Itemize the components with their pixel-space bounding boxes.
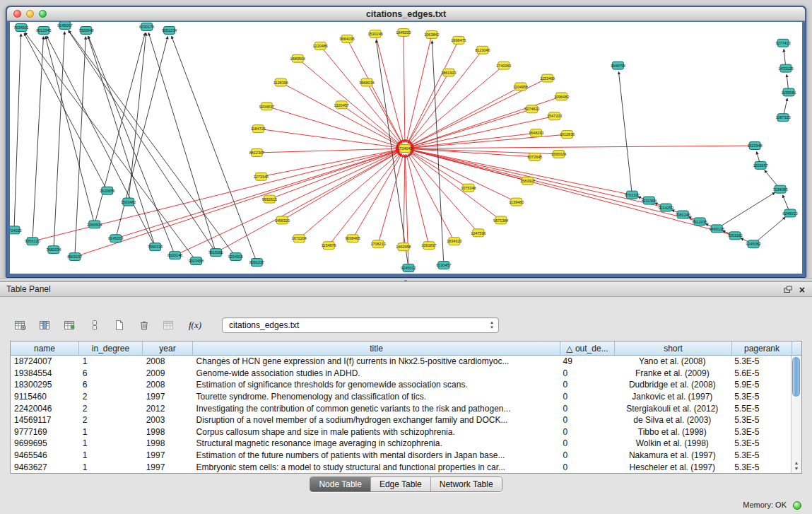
table-row[interactable]: 1872400712008Changes of HCN gene express…	[11, 356, 791, 368]
graph-node-label: 2060504	[87, 223, 102, 227]
graph-node-label: 9051234	[162, 28, 177, 33]
network-canvas[interactable]: 1724045158950411283949204837118472688123…	[10, 22, 802, 274]
table-row[interactable]: 2242004622012Investigating the contribut…	[11, 402, 791, 414]
tab-node-table[interactable]: Node Table	[310, 477, 370, 491]
import-table-icon[interactable]	[61, 317, 79, 334]
graph-edge	[367, 83, 401, 144]
graph-node-label: 1203657	[753, 163, 767, 168]
graph-edge	[409, 50, 483, 144]
cell-in_degree: 2	[79, 415, 143, 425]
table-selector[interactable]: citations_edges.txt ▲▼	[222, 317, 499, 333]
table-row[interactable]: 1456911722003Disruption of a novel membe…	[11, 414, 791, 426]
column-header-out_de[interactable]: △ out_de...	[560, 341, 615, 355]
table-row[interactable]: 946362711997Embryonic stem cells: a mode…	[11, 461, 791, 473]
graph-node-label: 1648794	[611, 64, 625, 68]
memory-status-label: Memory: OK	[743, 501, 787, 509]
cell-title: Changes of HCN gene expression and I(f) …	[193, 356, 560, 366]
cell-year: 2008	[143, 380, 193, 390]
table-panel-title: Table Panel	[6, 284, 51, 294]
table-row[interactable]: 1938455462009Genome-wide association stu…	[11, 368, 791, 380]
cell-name: 9777169	[11, 427, 79, 437]
table-row[interactable]: 911546021997Tourette syndrome. Phenomeno…	[11, 391, 791, 403]
graph-node-label: 1938475	[451, 38, 466, 42]
graph-node-label: 1072645	[527, 155, 542, 159]
network-view[interactable]: 1724045158950411283949204837118472688123…	[10, 22, 802, 274]
table-row[interactable]: 946554611997Estimation of the future num…	[11, 450, 791, 462]
graph-edge	[116, 151, 399, 239]
cell-pagerank: 5.3E-5	[731, 450, 791, 460]
window-titlebar[interactable]: citations_edges.txt	[7, 7, 805, 21]
graph-node-label: 7815062	[208, 250, 223, 255]
table-mode-icon[interactable]	[11, 317, 30, 334]
table-row[interactable]: 1830029562008Estimation of significance …	[11, 379, 791, 391]
graph-node-label: 9204316	[228, 255, 243, 259]
graph-node-label: 7682034	[46, 247, 61, 252]
graph-node-label: 9571384	[493, 218, 508, 223]
cell-out_de: 0	[560, 380, 614, 390]
graph-node-label: 1139480	[509, 200, 524, 204]
graph-edge	[411, 150, 632, 195]
cell-in_degree: 1	[79, 356, 143, 366]
column-header-short[interactable]: short	[615, 341, 732, 355]
cell-pagerank: 5.9E-5	[731, 380, 791, 390]
graph-node-label: 1153469	[540, 76, 555, 81]
memory-status-icon	[793, 501, 801, 510]
graph-edge	[258, 129, 399, 148]
graph-node-label: 9932815	[262, 197, 277, 201]
graph-node-label: 9968034	[359, 81, 374, 85]
table-row[interactable]: 977716911998Corpus callosum shape and si…	[11, 426, 791, 438]
graph-node-label: 1220486	[313, 44, 328, 48]
combo-arrows-icon: ▲▼	[490, 320, 494, 330]
graph-node-label: 8130457	[436, 263, 451, 267]
cell-short: de Silva et al. (2003)	[613, 415, 731, 425]
column-header-year[interactable]: year	[143, 341, 193, 355]
tab-edge-table[interactable]: Edge Table	[370, 477, 430, 491]
graph-edge	[25, 33, 196, 261]
column-header-pagerank[interactable]: pagerank	[732, 341, 792, 355]
graph-edge	[341, 105, 399, 145]
scrollbar-arrows-icon[interactable]: ▲▼	[792, 460, 801, 472]
graph-node-label: 9014253	[659, 206, 673, 210]
column-chooser-icon[interactable]	[86, 317, 104, 334]
vertical-scrollbar[interactable]: ▲▼	[791, 356, 801, 473]
table-header-row: namein_degreeyeartitle△ out_de...shortpa…	[11, 341, 801, 356]
cell-year: 1998	[143, 438, 193, 448]
cell-name: 18300295	[11, 380, 79, 390]
column-header-name[interactable]: name	[11, 341, 79, 355]
cell-title: Investigating the contribution of common…	[193, 404, 560, 414]
table-row[interactable]: 969969511998Structural magnetic resonanc…	[11, 438, 791, 450]
graph-edge	[406, 155, 429, 246]
column-header-title[interactable]: title	[193, 341, 560, 355]
delete-table-icon[interactable]	[135, 317, 153, 334]
graph-node-label: 1724045	[397, 146, 412, 151]
function-builder-button[interactable]: f(x)	[184, 317, 206, 334]
graph-node-label: 1433125	[778, 66, 793, 71]
float-panel-icon[interactable]	[784, 286, 792, 293]
graph-edge	[411, 134, 567, 148]
graph-node-label: 8231904	[642, 199, 657, 203]
graph-edge	[175, 151, 399, 255]
cell-year: 1997	[143, 392, 193, 402]
graph-node-label: 7320948	[78, 28, 93, 33]
graph-node-label: 1740263	[496, 64, 511, 68]
new-document-icon[interactable]	[110, 317, 129, 334]
graph-node-label: 8091237	[249, 260, 264, 264]
close-panel-icon[interactable]: ×	[799, 285, 805, 295]
cell-in_degree: 2	[79, 404, 143, 414]
graph-edge	[411, 149, 535, 157]
graph-node-label: 1128394	[273, 81, 288, 85]
graph-node-label: 9145203	[108, 236, 123, 240]
graph-node-label: 9038465	[345, 236, 360, 240]
show-columns-icon[interactable]	[36, 317, 54, 334]
table-rows: 1872400712008Changes of HCN gene express…	[11, 356, 791, 473]
column-header-in_degree[interactable]: in_degree	[79, 341, 143, 355]
cell-in_degree: 6	[79, 380, 143, 390]
graph-node-label: 9204837	[259, 105, 274, 109]
graph-node-label: 1695024	[551, 152, 566, 156]
cell-out_de: 0	[560, 392, 614, 402]
graph-node-label: 1091837	[421, 243, 436, 247]
export-table-icon[interactable]	[160, 317, 178, 334]
cell-title: Structural magnetic resonance image aver…	[193, 438, 560, 448]
scrollbar-thumb[interactable]	[792, 357, 800, 397]
tab-network-table[interactable]: Network Table	[430, 477, 502, 491]
